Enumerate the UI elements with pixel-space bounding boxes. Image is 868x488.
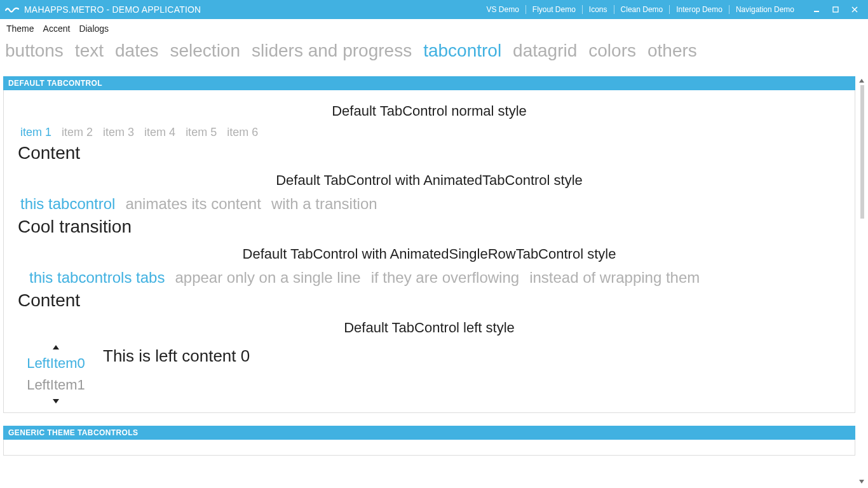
svg-marker-7 xyxy=(53,399,59,403)
titlebar-link-navigation-demo[interactable]: Navigation Demo xyxy=(729,5,801,14)
window-minimize-button[interactable] xyxy=(807,0,826,19)
tab-colors[interactable]: colors xyxy=(588,41,636,61)
scroll-up-icon[interactable] xyxy=(857,76,866,85)
subtab-if-they-are-overflowing[interactable]: if they are overflowing xyxy=(371,269,519,287)
scrollbar-track[interactable] xyxy=(859,85,864,477)
tab-buttons[interactable]: buttons xyxy=(5,41,64,61)
subtab-item-5[interactable]: item 5 xyxy=(186,126,217,139)
subtab-appear-only-on-a-single-line[interactable]: appear only on a single line xyxy=(175,269,360,287)
subtab-instead-of-wrapping-them[interactable]: instead of wrapping them xyxy=(529,269,700,287)
tab-sliders-and-progress[interactable]: sliders and progress xyxy=(252,41,412,61)
titlebar: MAHAPPS.METRO - DEMO APPLICATION VS Demo… xyxy=(0,0,868,19)
scrollbar-thumb[interactable] xyxy=(860,85,864,219)
window-close-button[interactable] xyxy=(845,0,864,19)
titlebar-link-interop-demo[interactable]: Interop Demo xyxy=(670,5,729,14)
section-title-left: Default TabControl left style xyxy=(18,320,841,336)
subtab-item-1[interactable]: item 1 xyxy=(20,126,51,139)
svg-rect-1 xyxy=(833,7,838,12)
tab-dates[interactable]: dates xyxy=(115,41,159,61)
content-animated: Cool transition xyxy=(18,217,841,237)
titlebar-link-icons[interactable]: Icons xyxy=(583,5,614,14)
left-tab-0[interactable]: LeftItem0 xyxy=(27,355,85,372)
group-default-tabcontrol-header: DEFAULT TABCONTROL xyxy=(3,76,855,90)
menu-theme[interactable]: Theme xyxy=(6,24,34,34)
subtab-animates-its-content[interactable]: animates its content xyxy=(125,195,261,213)
titlebar-link-clean-demo[interactable]: Clean Demo xyxy=(614,5,670,14)
subtabs-single-row: this tabcontrols tabs appear only on a s… xyxy=(29,269,841,287)
section-title-animated: Default TabControl with AnimatedTabContr… xyxy=(18,172,841,189)
subtab-item-2[interactable]: item 2 xyxy=(62,126,93,139)
tab-tabcontrol[interactable]: tabcontrol xyxy=(423,41,501,61)
scroll-down-icon[interactable] xyxy=(857,477,866,486)
section-title-normal: Default TabControl normal style xyxy=(18,103,841,119)
tab-selection[interactable]: selection xyxy=(170,41,241,61)
tab-datagrid[interactable]: datagrid xyxy=(513,41,577,61)
subtab-this-tabcontrols-tabs[interactable]: this tabcontrols tabs xyxy=(29,269,165,287)
left-tabs-scroll-down-icon[interactable] xyxy=(52,396,60,406)
group-generic-theme-body xyxy=(3,440,855,456)
titlebar-links: VS Demo Flyout Demo Icons Clean Demo Int… xyxy=(480,5,801,14)
tab-text[interactable]: text xyxy=(75,41,104,61)
menu-accent[interactable]: Accent xyxy=(43,24,71,34)
svg-marker-6 xyxy=(53,345,59,349)
window-title: MAHAPPS.METRO - DEMO APPLICATION xyxy=(24,4,201,15)
subtab-item-4[interactable]: item 4 xyxy=(144,126,175,139)
menu-dialogs[interactable]: Dialogs xyxy=(79,24,109,34)
main-tabs: buttons text dates selection sliders and… xyxy=(0,38,868,65)
app-logo-icon xyxy=(5,5,19,14)
content-single-row: Content xyxy=(18,290,841,311)
left-tab-1[interactable]: LeftItem1 xyxy=(27,377,85,393)
subtab-this-tabcontrol[interactable]: this tabcontrol xyxy=(20,195,115,213)
subtabs-normal: item 1 item 2 item 3 item 4 item 5 item … xyxy=(20,126,841,139)
subtab-item-6[interactable]: item 6 xyxy=(227,126,258,139)
content-normal: Content xyxy=(18,143,841,163)
svg-marker-4 xyxy=(859,79,864,83)
titlebar-link-vs-demo[interactable]: VS Demo xyxy=(480,5,526,14)
menubar: Theme Accent Dialogs xyxy=(0,19,868,38)
left-tabcontrol: LeftItem0 LeftItem1 This is left content… xyxy=(18,342,841,406)
tab-others[interactable]: others xyxy=(648,41,697,61)
left-tabs-scroll-up-icon[interactable] xyxy=(52,342,60,353)
svg-marker-5 xyxy=(859,480,864,484)
section-title-single-row: Default TabControl with AnimatedSingleRo… xyxy=(18,246,841,262)
vertical-scrollbar[interactable] xyxy=(857,76,866,486)
content-area: DEFAULT TABCONTROL Default TabControl no… xyxy=(3,76,855,488)
subtab-item-3[interactable]: item 3 xyxy=(103,126,134,139)
left-tab-content: This is left content 0 xyxy=(103,342,250,406)
subtab-with-a-transition[interactable]: with a transition xyxy=(271,195,377,213)
group-default-tabcontrol-body: Default TabControl normal style item 1 i… xyxy=(3,90,855,413)
subtabs-animated: this tabcontrol animates its content wit… xyxy=(20,195,841,213)
group-generic-theme-header: GENERIC THEME TABCONTROLS xyxy=(3,426,855,440)
titlebar-link-flyout-demo[interactable]: Flyout Demo xyxy=(526,5,583,14)
left-tabs-column: LeftItem0 LeftItem1 xyxy=(18,342,94,406)
window-maximize-button[interactable] xyxy=(826,0,845,19)
